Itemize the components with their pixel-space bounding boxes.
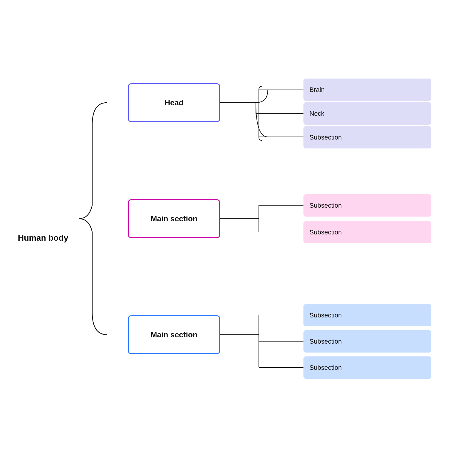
leaf-brain[interactable]: Brain (303, 79, 431, 101)
leaf-sub3[interactable]: Subsection (303, 221, 431, 243)
section-main1[interactable]: Main section (128, 199, 220, 238)
leaf-sub4[interactable]: Subsection (303, 304, 431, 326)
section-main2[interactable]: Main section (128, 315, 220, 354)
head-fork-top-curve (259, 86, 262, 90)
head-to-brain (220, 90, 303, 103)
leaf-neck[interactable]: Neck (303, 102, 431, 125)
leaf-sub5[interactable]: Subsection (303, 330, 431, 353)
root-label: Human body (18, 233, 68, 243)
brace-lower (79, 219, 107, 335)
head-to-sub1 (256, 103, 303, 137)
leaf-sub1[interactable]: Subsection (303, 126, 431, 148)
diagram-container: Human body Head Main section Main sectio… (0, 0, 476, 476)
leaf-sub2[interactable]: Subsection (303, 194, 431, 217)
section-head[interactable]: Head (128, 83, 220, 122)
leaf-sub6[interactable]: Subsection (303, 356, 431, 379)
brace-upper (79, 103, 107, 219)
head-to-neck (256, 103, 303, 114)
head-fork-bot-curve (259, 137, 262, 140)
